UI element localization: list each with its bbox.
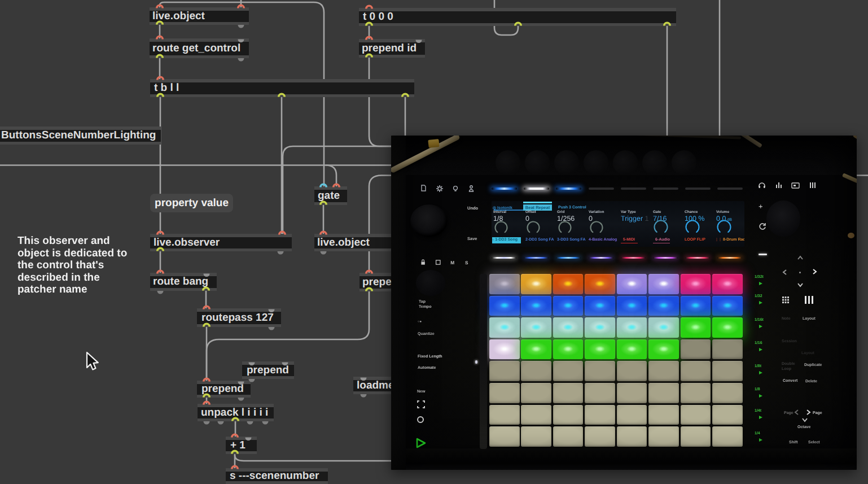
svg-text:S: S — [465, 260, 468, 265]
svg-text:M: M — [450, 260, 454, 265]
